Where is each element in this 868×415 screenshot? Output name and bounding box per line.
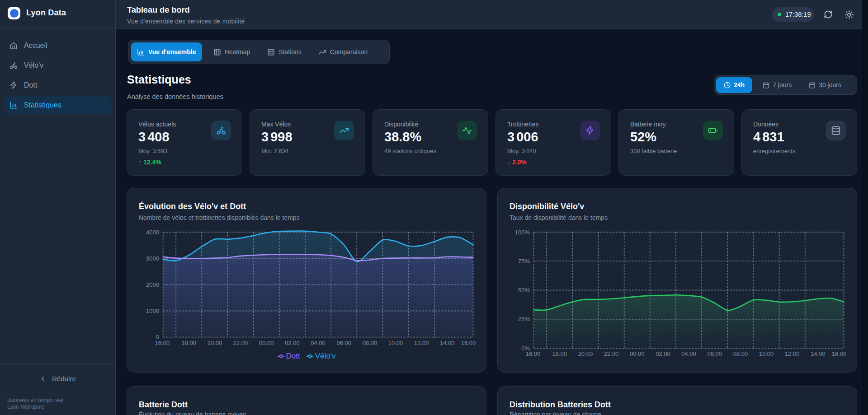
svg-text:1000: 1000 xyxy=(146,308,159,314)
svg-text:18:00: 18:00 xyxy=(552,350,567,357)
svg-text:02:00: 02:00 xyxy=(656,350,670,357)
svg-text:50%: 50% xyxy=(518,287,530,294)
svg-text:2000: 2000 xyxy=(146,281,159,288)
svg-text:22:00: 22:00 xyxy=(233,340,248,346)
svg-text:22:00: 22:00 xyxy=(604,350,619,357)
svg-text:16:00: 16:00 xyxy=(832,350,847,357)
svg-text:04:00: 04:00 xyxy=(681,350,696,357)
svg-text:25%: 25% xyxy=(518,316,530,322)
svg-text:06:00: 06:00 xyxy=(336,340,351,346)
svg-text:12:00: 12:00 xyxy=(785,350,800,357)
svg-text:10:00: 10:00 xyxy=(388,340,403,346)
svg-text:00:00: 00:00 xyxy=(630,350,645,357)
svg-text:16:00: 16:00 xyxy=(155,340,170,346)
svg-text:20:00: 20:00 xyxy=(208,340,222,346)
svg-text:12:00: 12:00 xyxy=(414,340,429,346)
svg-text:04:00: 04:00 xyxy=(311,340,326,346)
svg-text:16:00: 16:00 xyxy=(526,350,541,357)
svg-text:3000: 3000 xyxy=(146,255,159,262)
svg-text:08:00: 08:00 xyxy=(733,350,748,357)
svg-text:16:00: 16:00 xyxy=(461,340,476,346)
svg-text:75%: 75% xyxy=(518,258,530,265)
svg-text:14:00: 14:00 xyxy=(440,340,455,346)
svg-text:02:00: 02:00 xyxy=(285,340,300,346)
svg-text:00:00: 00:00 xyxy=(259,340,274,346)
svg-text:14:00: 14:00 xyxy=(811,350,826,357)
svg-text:10:00: 10:00 xyxy=(759,350,774,357)
svg-text:06:00: 06:00 xyxy=(707,350,722,357)
svg-text:100%: 100% xyxy=(515,229,530,236)
svg-text:08:00: 08:00 xyxy=(363,340,377,346)
svg-text:20:00: 20:00 xyxy=(578,350,593,357)
svg-text:18:00: 18:00 xyxy=(182,340,197,346)
svg-text:4000: 4000 xyxy=(146,229,159,236)
